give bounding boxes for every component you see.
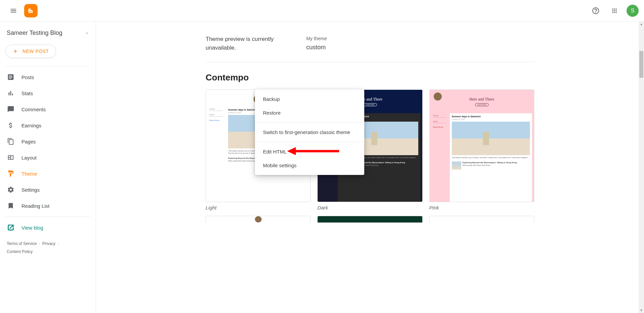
apps-button[interactable] [606, 3, 623, 19]
legal-links: Terms of Service · Privacy · Content Pol… [0, 236, 96, 260]
avatar-initial: S [631, 8, 635, 14]
blogger-logo[interactable] [24, 4, 38, 17]
blog-name: Sameer Testing Blog [7, 29, 62, 37]
app-header: S [0, 0, 644, 21]
svg-rect-3 [9, 78, 11, 79]
sidebar-item-stats[interactable]: Stats [3, 85, 93, 101]
open-in-new-icon [7, 224, 15, 232]
customize-dropdown-menu: Backup Restore Switch to first-generatio… [255, 89, 364, 175]
new-post-button[interactable]: NEW POST [5, 45, 56, 58]
sidebar-item-posts[interactable]: Posts [3, 69, 93, 85]
svg-rect-1 [9, 75, 12, 76]
theme-card-partial[interactable] [429, 216, 534, 223]
sidebar-item-label: Comments [21, 107, 46, 112]
hamburger-icon [10, 7, 17, 14]
tos-link[interactable]: Terms of Service [7, 241, 37, 246]
theme-card-partial[interactable] [206, 216, 311, 223]
scroll-down-arrow[interactable]: ▼ [639, 308, 644, 313]
theme-thumbnail: Here and ThereSUBSCRIBE ArchiveLabelsRep… [429, 89, 534, 202]
sidebar-item-label: Layout [21, 155, 37, 161]
sidebar-item-label: Settings [21, 187, 40, 193]
privacy-link[interactable]: Privacy [42, 241, 55, 246]
apps-grid-icon [611, 7, 618, 14]
scrollbar[interactable]: ▲ ▼ [639, 21, 644, 313]
blog-selector[interactable]: Sameer Testing Blog [0, 27, 96, 42]
sidebar-item-label: Theme [21, 171, 37, 177]
content-policy-link[interactable]: Content Policy [7, 249, 33, 254]
sidebar-item-settings[interactable]: Settings [3, 182, 93, 198]
theme-name-label: Pink [429, 205, 534, 210]
preview-unavailable-text: Theme preview is currently unavailable. [206, 35, 286, 52]
layout-icon [7, 153, 15, 162]
settings-icon [7, 186, 15, 194]
sidebar-item-reading-list[interactable]: Reading List [3, 198, 93, 214]
theme-card-pink[interactable]: Here and ThereSUBSCRIBE ArchiveLabelsRep… [429, 89, 534, 210]
dropdown-item-edit-html[interactable]: Edit HTML [255, 145, 364, 159]
sidebar-item-earnings[interactable]: Earnings [3, 117, 93, 133]
sidebar-item-theme[interactable]: Theme [3, 166, 93, 182]
comments-icon [7, 105, 15, 113]
user-avatar[interactable]: S [627, 5, 639, 17]
theme-category-title: Contempo [206, 72, 534, 83]
theme-thumbnail [206, 216, 311, 223]
hamburger-menu-button[interactable] [5, 3, 21, 19]
chevron-down-icon [85, 31, 89, 35]
view-blog-label: View blog [21, 225, 43, 231]
dropdown-item-mobile[interactable]: Mobile settings [255, 159, 364, 172]
theme-name-label: Dark [317, 205, 422, 210]
dropdown-item-restore[interactable]: Restore [255, 106, 364, 120]
blogger-b-icon [27, 7, 35, 14]
theme-thumbnail [317, 216, 422, 223]
pages-icon [7, 137, 15, 145]
sidebar-item-comments[interactable]: Comments [3, 101, 93, 117]
reading-list-icon [7, 202, 15, 210]
view-blog-link[interactable]: View blog [3, 220, 93, 236]
sidebar-item-pages[interactable]: Pages [3, 133, 93, 149]
scrollbar-thumb[interactable] [639, 51, 643, 78]
help-button[interactable] [588, 3, 604, 19]
svg-rect-2 [9, 77, 13, 77]
sidebar-item-label: Earnings [21, 123, 41, 128]
sidebar: Sameer Testing Blog NEW POST Posts Stats… [0, 21, 96, 313]
posts-icon [7, 73, 15, 81]
theme-thumbnail [429, 216, 534, 223]
sidebar-item-label: Stats [21, 90, 33, 96]
my-theme-name: custom [306, 44, 327, 51]
help-icon [592, 7, 600, 15]
dropdown-item-classic[interactable]: Switch to first-generation classic theme [255, 125, 364, 139]
dropdown-item-backup[interactable]: Backup [255, 92, 364, 106]
sidebar-item-label: Reading List [21, 203, 49, 209]
sidebar-item-layout[interactable]: Layout [3, 149, 93, 166]
new-post-label: NEW POST [22, 49, 49, 54]
theme-name-label: Light [206, 205, 311, 210]
theme-icon [7, 170, 15, 178]
sidebar-item-label: Pages [21, 139, 36, 144]
sidebar-item-label: Posts [21, 74, 34, 80]
stats-icon [7, 89, 15, 97]
main-content: ▲ ▼ Theme preview is currently unavailab… [96, 21, 644, 313]
theme-card-partial[interactable] [317, 216, 422, 223]
my-theme-label: My theme [306, 36, 327, 41]
earnings-icon [7, 121, 15, 129]
plus-icon [12, 48, 18, 54]
scroll-up-arrow[interactable]: ▲ [639, 21, 644, 27]
